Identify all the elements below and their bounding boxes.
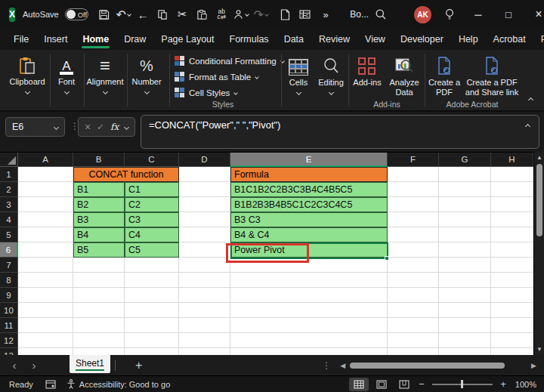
cell-H13[interactable] bbox=[491, 348, 533, 355]
cell-C10[interactable] bbox=[125, 303, 179, 318]
create-pdf-share-button[interactable]: Create a PDF and Share link bbox=[459, 53, 524, 97]
cell-D11[interactable] bbox=[179, 318, 230, 333]
cell-A1[interactable] bbox=[18, 167, 73, 182]
column-header-A[interactable]: A bbox=[18, 153, 73, 167]
cell-G5[interactable] bbox=[439, 227, 491, 242]
conditional-formatting-button[interactable]: Conditional Formatting bbox=[175, 53, 284, 69]
cell-G4[interactable] bbox=[439, 212, 491, 227]
cell-A7[interactable] bbox=[18, 258, 73, 273]
cell-C12[interactable] bbox=[125, 333, 179, 348]
cell-D8[interactable] bbox=[179, 273, 230, 288]
number-group-button[interactable]: % Number bbox=[128, 54, 165, 94]
pivottable-icon[interactable] bbox=[297, 5, 312, 23]
tab-developer[interactable]: Developer bbox=[393, 29, 451, 50]
cell-E2[interactable]: B1C1B2C2B3C3B4C4B5C5 bbox=[230, 182, 388, 197]
collapse-formula-bar-icon[interactable] bbox=[525, 124, 530, 129]
sheet-tab-sheet1[interactable]: Sheet1 bbox=[70, 355, 110, 373]
minimize-button[interactable]: ─ bbox=[467, 3, 490, 26]
cell-D7[interactable] bbox=[179, 258, 230, 273]
cell-E13[interactable] bbox=[230, 348, 388, 355]
cell-C9[interactable] bbox=[125, 288, 179, 303]
cell-F9[interactable] bbox=[388, 288, 439, 303]
editing-button[interactable]: Editing bbox=[314, 53, 348, 94]
cell-G1[interactable] bbox=[439, 167, 491, 182]
search-icon[interactable] bbox=[373, 5, 388, 23]
row-header-3[interactable]: 3 bbox=[0, 197, 18, 212]
tab-view[interactable]: View bbox=[357, 29, 393, 50]
cell-G3[interactable] bbox=[439, 197, 491, 212]
close-button[interactable]: × bbox=[527, 3, 544, 26]
cell-D9[interactable] bbox=[179, 288, 230, 303]
cells-button[interactable]: Cells bbox=[283, 53, 314, 94]
cell-B9[interactable] bbox=[73, 288, 125, 303]
add-ins-button[interactable]: Add-ins bbox=[351, 53, 384, 88]
cell-D10[interactable] bbox=[179, 303, 230, 318]
column-header-G[interactable]: G bbox=[439, 153, 491, 167]
cell-H10[interactable] bbox=[491, 303, 533, 318]
cell-B6[interactable]: B5 bbox=[73, 242, 125, 258]
page-layout-view-button[interactable] bbox=[372, 378, 391, 391]
row-header-1[interactable]: 1 bbox=[0, 167, 18, 182]
collapse-ribbon-icon[interactable] bbox=[528, 97, 533, 103]
cell-C6[interactable]: C5 bbox=[125, 242, 179, 258]
row-header-2[interactable]: 2 bbox=[0, 182, 18, 197]
cell-E8[interactable] bbox=[230, 273, 388, 288]
row-header-4[interactable]: 4 bbox=[0, 212, 18, 227]
sheet-prev-icon[interactable]: ‹ bbox=[5, 359, 24, 372]
cell-H4[interactable] bbox=[491, 212, 533, 227]
cell-F3[interactable] bbox=[388, 197, 439, 212]
cell-G9[interactable] bbox=[439, 288, 491, 303]
vertical-scroll-thumb[interactable] bbox=[536, 164, 542, 236]
column-header-F[interactable]: F bbox=[388, 153, 439, 167]
cell-D2[interactable] bbox=[179, 182, 230, 197]
clipboard-group-button[interactable]: Clipboard bbox=[6, 54, 48, 94]
formula-input[interactable]: =CONCAT("Power"," ","Pivot") bbox=[141, 115, 539, 149]
cell-D13[interactable] bbox=[179, 348, 230, 355]
row-header-8[interactable]: 8 bbox=[0, 273, 18, 288]
cell-A5[interactable] bbox=[18, 227, 73, 242]
cell-F6[interactable] bbox=[388, 242, 439, 258]
cell-E10[interactable] bbox=[230, 303, 388, 318]
enter-icon[interactable]: ✓ bbox=[97, 122, 104, 132]
cell-E4[interactable]: B3 C3 bbox=[230, 212, 388, 227]
cell-G2[interactable] bbox=[439, 182, 491, 197]
cell-C4[interactable]: C3 bbox=[125, 212, 179, 227]
accessibility-status[interactable]: Accessibility: Good to go bbox=[66, 379, 170, 389]
analyze-data-button[interactable]: Analyze Data bbox=[385, 53, 423, 97]
zoom-slider[interactable] bbox=[432, 384, 493, 385]
cell-G13[interactable] bbox=[439, 348, 491, 355]
tab-options-icon[interactable]: ⋮ bbox=[322, 360, 331, 371]
lightbulb-icon[interactable] bbox=[442, 5, 457, 23]
page-break-view-button[interactable] bbox=[394, 378, 414, 391]
touch-mode-icon[interactable] bbox=[233, 5, 249, 23]
maximize-button[interactable]: □ bbox=[497, 3, 520, 26]
scroll-up-icon[interactable]: ▲ bbox=[534, 154, 544, 161]
cell-H6[interactable] bbox=[491, 242, 533, 258]
cell-H11[interactable] bbox=[491, 318, 533, 333]
cell-G6[interactable] bbox=[439, 242, 491, 258]
scroll-right-icon[interactable]: ▶ bbox=[531, 362, 536, 369]
cell-D4[interactable] bbox=[179, 212, 230, 227]
row-header-12[interactable]: 12 bbox=[0, 333, 18, 348]
paste-icon[interactable] bbox=[194, 5, 209, 23]
cell-B13[interactable] bbox=[73, 348, 125, 355]
cell-F5[interactable] bbox=[388, 227, 439, 242]
cell-H2[interactable] bbox=[491, 182, 533, 197]
cell-E11[interactable] bbox=[230, 318, 388, 333]
tab-power-pivot[interactable]: Power Pivot bbox=[533, 29, 544, 50]
cell-B10[interactable] bbox=[73, 303, 125, 318]
alignment-group-button[interactable]: ≡ Alignment bbox=[85, 54, 125, 94]
cell-B5[interactable]: B4 bbox=[73, 227, 125, 242]
row-header-7[interactable]: 7 bbox=[0, 258, 18, 273]
cell-A12[interactable] bbox=[18, 333, 73, 348]
macro-record-icon[interactable] bbox=[45, 380, 56, 389]
zoom-out-button[interactable]: − bbox=[417, 378, 426, 390]
select-all-corner[interactable] bbox=[0, 153, 18, 167]
tab-home[interactable]: Home bbox=[75, 29, 116, 50]
sheet-next-icon[interactable]: › bbox=[24, 359, 44, 372]
cell-A3[interactable] bbox=[18, 197, 73, 212]
column-header-C[interactable]: C bbox=[125, 153, 179, 167]
vertical-scrollbar[interactable]: ▲ ▼ bbox=[533, 152, 544, 355]
column-header-E[interactable]: E bbox=[230, 153, 388, 167]
font-group-button[interactable]: A Font bbox=[51, 54, 82, 94]
